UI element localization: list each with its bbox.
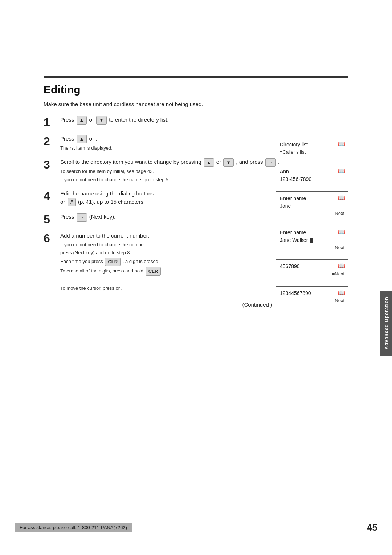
box4-line1: Enter name: [280, 229, 344, 236]
display-box-2: 📖 Ann 123-456-7890: [276, 165, 348, 186]
display-boxes: 📖 Directory list =Caller s list 📖 Ann 12…: [276, 138, 348, 308]
step-2-btn1: ▲: [77, 135, 87, 143]
step-5-text-after: (Next key).: [89, 214, 116, 220]
book-icon-4: 📖: [338, 228, 345, 236]
step-1-btn1: ▲: [77, 116, 87, 125]
step-1-btn2: ▼: [96, 116, 107, 125]
step-1-text-press: Press: [60, 117, 74, 123]
book-icon-3: 📖: [338, 194, 345, 202]
step-6-number: 6: [44, 232, 57, 244]
display-box-6: 📖 12344567890 =Next: [276, 286, 348, 308]
step-4-btn1: #: [68, 198, 76, 207]
display-box-3: 📖 Enter name Jane =Next: [276, 191, 348, 220]
step-5-btn: →: [77, 213, 87, 222]
box1-line2: =Caller s list: [280, 149, 344, 156]
step-1-text-after: to enter the directory list.: [109, 117, 168, 123]
page-content: Editing Make sure the base unit and cord…: [44, 80, 348, 519]
display-box-5: 📖 4567890 =Next: [276, 259, 348, 281]
step-6-btn-erase: CLR: [105, 258, 121, 266]
step-1-text-or: or: [89, 117, 96, 123]
box2-line1: Ann: [280, 168, 344, 175]
step-4-text-or: or: [60, 199, 67, 205]
book-icon-1: 📖: [338, 140, 345, 149]
box6-line1: 12344567890: [280, 289, 344, 297]
step-2-number: 2: [44, 135, 57, 147]
book-icon-6: 📖: [338, 288, 345, 297]
step-4-text-main: Edit the name using the dialing buttons,: [60, 190, 156, 197]
cursor-block: [310, 238, 313, 243]
step-3-btn2: ▼: [223, 158, 234, 167]
display-box-4: 📖 Enter name Jane Walker =Next: [276, 226, 348, 255]
box6-next: =Next: [280, 297, 344, 304]
top-rule: [44, 76, 348, 78]
step-3-number: 3: [44, 159, 57, 170]
footer-assistance: For assistance, please call: 1-800-211-P…: [15, 523, 132, 532]
box3-line1: Enter name: [280, 195, 344, 202]
page-number: 45: [367, 522, 377, 533]
step-3-text-main: Scroll to the directory item you want to…: [60, 159, 201, 165]
step-2-text-after: .: [95, 135, 97, 142]
box5-next: =Next: [280, 270, 344, 278]
step-3-text-or: or: [216, 159, 223, 165]
step-1-number: 1: [44, 117, 57, 128]
step-4-text-end: (p. 41), up to 15 characters.: [78, 199, 145, 205]
box5-line1: 4567890: [280, 263, 344, 270]
step-2-text-press: Press: [60, 135, 74, 142]
box1-line1: Directory list: [280, 141, 344, 149]
box3-line2: Jane: [280, 202, 344, 210]
steps-area: 1 Press ▲ or ▼ to enter the directory li…: [44, 116, 348, 308]
step-6-btn-hold: CLR: [146, 267, 161, 276]
continued-label: (Continued ): [44, 301, 272, 308]
box4-line2: Jane Walker: [280, 236, 344, 244]
intro-text: Make sure the base unit and cordless han…: [44, 101, 348, 107]
side-tab-text: Advanced Operation: [384, 297, 389, 349]
display-box-1: 📖 Directory list =Caller s list: [276, 138, 348, 159]
step-6-text-main: Add a number to the current number.: [60, 232, 149, 239]
book-icon-2: 📖: [338, 167, 345, 175]
step-4-number: 4: [44, 190, 57, 202]
box4-next: =Next: [280, 244, 344, 251]
step-3-text-end: , and press: [236, 159, 263, 165]
step-1-content: Press ▲ or ▼ to enter the directory list…: [60, 116, 348, 125]
step-3-btn1: ▲: [204, 158, 214, 167]
step-5-text-press: Press: [60, 214, 74, 220]
advanced-operation-tab: Advanced Operation: [380, 291, 392, 356]
book-icon-5: 📖: [338, 262, 345, 270]
bottom-bar: For assistance, please call: 1-800-211-P…: [0, 522, 392, 533]
box3-next: =Next: [280, 210, 344, 217]
step-1-row: 1 Press ▲ or ▼ to enter the directory li…: [44, 116, 348, 128]
page-title: Editing: [44, 84, 348, 96]
step-3-btn3: →: [265, 158, 276, 167]
step-2-text-or: or: [89, 135, 96, 142]
box2-line2: 123-456-7890: [280, 175, 344, 183]
step-5-number: 5: [44, 214, 57, 225]
